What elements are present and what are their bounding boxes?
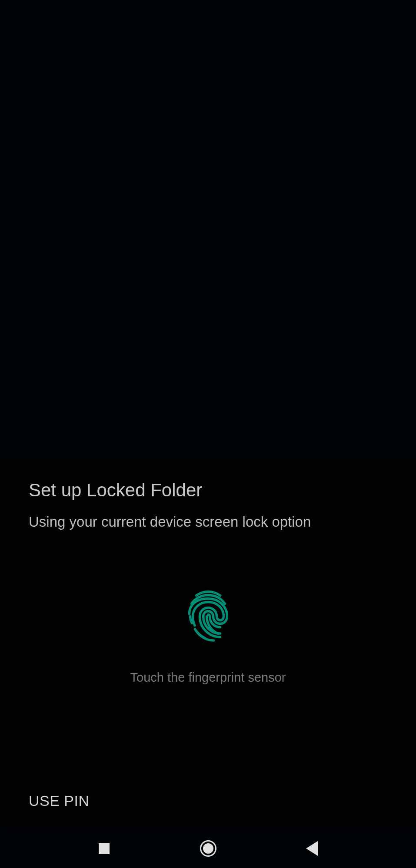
back-button[interactable] [303,840,321,857]
triangle-back-icon [306,841,318,856]
home-button[interactable] [200,840,217,857]
circle-icon [200,840,216,857]
navigation-bar [0,829,416,868]
use-pin-button[interactable]: USE PIN [29,792,90,809]
auth-bottom-sheet: Set up Locked Folder Using your current … [3,456,413,829]
fingerprint-icon[interactable] [182,586,234,645]
fingerprint-area: Touch the fingerprint sensor [3,586,413,685]
fingerprint-hint: Touch the fingerprint sensor [3,670,413,685]
screen: Set up Locked Folder Using your current … [0,0,416,868]
sheet-title: Set up Locked Folder [29,480,387,501]
sheet-subtitle: Using your current device screen lock op… [29,514,387,530]
square-icon [99,843,110,854]
recents-button[interactable] [96,840,113,857]
